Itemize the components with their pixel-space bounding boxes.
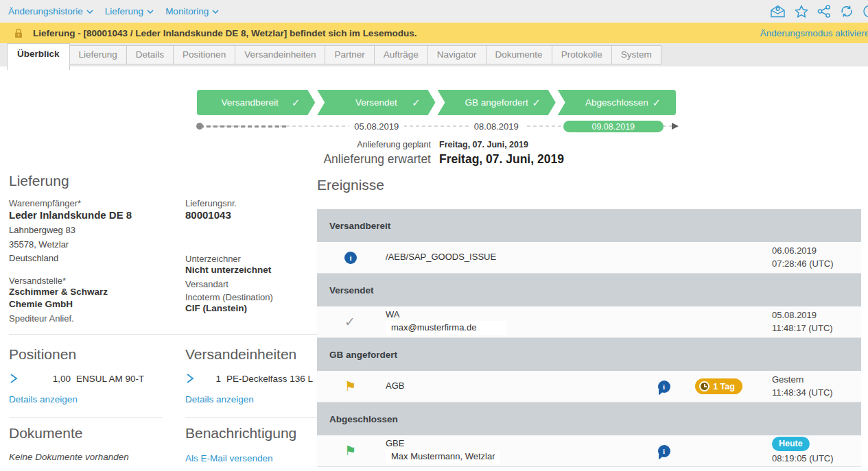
share-icon[interactable]	[817, 5, 831, 18]
expand-chevron-icon[interactable]	[185, 373, 195, 384]
step-versandbereit: Versandbereit ✓	[197, 90, 315, 115]
warenempfaenger-label: Warenempfänger*	[9, 198, 185, 208]
info-circle-icon[interactable]: i	[344, 252, 357, 264]
delay-badge-label: 1 Tag	[713, 382, 735, 391]
positionen-details-link[interactable]: Details anzeigen	[9, 394, 78, 404]
activate-edit-mode-link[interactable]: Änderungsmodus aktivieren	[760, 28, 868, 38]
tab-details[interactable]: Details	[127, 45, 174, 64]
refresh-icon[interactable]	[840, 5, 854, 18]
timeline-date-1: 05.08.2019	[349, 121, 404, 132]
versandeinheiten-details-link[interactable]: Details anzeigen	[185, 394, 254, 404]
menu-lieferung[interactable]: Lieferung	[105, 6, 154, 16]
tab-protokolle[interactable]: Protokolle	[552, 45, 612, 64]
incoterm-value: CIF (Lanstein)	[185, 302, 316, 315]
delay-badge: 1 Tag	[695, 378, 742, 394]
unterzeichner-value: Nicht unterzeichnet	[185, 264, 316, 276]
tab-partner[interactable]: Partner	[325, 45, 374, 64]
event-contact: Max Mustermann, Wetzlar	[386, 450, 500, 464]
check-icon: ✓	[532, 97, 541, 109]
green-flag-icon: ⚑	[344, 444, 356, 458]
timeline-arrow-icon	[672, 123, 679, 130]
event-row: i /AEB/SAP_GOODS_ISSUE 06.06.2019 07:28:…	[317, 242, 861, 274]
event-row: ⚑ GBE Max Mustermann, Wetzlar i Heute 08…	[317, 435, 861, 467]
tab-auftraege[interactable]: Aufträge	[375, 45, 428, 64]
check-icon: ✓	[292, 97, 301, 109]
tab-versandeinheiten[interactable]: Versandeinheiten	[235, 45, 325, 64]
event-code: GBE	[386, 437, 648, 450]
mail-contact-icon[interactable]	[770, 5, 786, 18]
topbar-icon-group	[770, 0, 868, 23]
menu-monitoring[interactable]: Monitoring	[165, 6, 219, 16]
tab-dokumente[interactable]: Dokumente	[486, 45, 552, 64]
unterzeichner-label: Unterzeichner	[185, 254, 316, 264]
warenempfaenger-value: Leder Inlandskunde DE 8	[9, 208, 185, 222]
lieferungsnr-value: 80001043	[185, 208, 316, 222]
step-label: GB angefordert	[465, 97, 528, 108]
step-label: Versandbereit	[221, 97, 278, 108]
tab-positionen[interactable]: Positionen	[174, 45, 235, 64]
top-menu-bar: Änderungshistorie Lieferung Monitoring	[0, 0, 868, 23]
address-line: Deutschland	[9, 252, 185, 265]
timeline-current-date-pill: 09.08.2019	[563, 121, 664, 132]
event-row: ✓ WA max@musterfirma.de 05.08.2019 11:48…	[317, 306, 861, 338]
menu-label: Monitoring	[165, 6, 209, 16]
timeline-cell-empty	[197, 121, 317, 132]
tab-lieferung[interactable]: Lieferung	[70, 45, 127, 64]
menu-label: Lieferung	[105, 6, 143, 16]
lock-icon	[14, 27, 23, 38]
expected-delivery-label: Anlieferung erwartet	[312, 152, 431, 167]
chevron-down-icon	[212, 10, 219, 14]
tab-ueberblick[interactable]: Überblick	[7, 43, 70, 70]
section-title-positionen: Positionen	[9, 346, 185, 363]
event-contact: max@musterfirma.de	[386, 321, 506, 335]
event-row: ⚑ AGB i 1 Tag Gestern 11:48:34 (UTC)	[317, 371, 861, 402]
event-time: 11:48:34 (UTC)	[772, 387, 861, 400]
planned-delivery-label: Anlieferung geplant	[312, 140, 431, 149]
planned-delivery-value: Freitag, 07. Juni, 2019	[439, 140, 564, 149]
expected-delivery-value: Freitag, 07. Juni, 2019	[439, 152, 564, 167]
favorite-star-icon[interactable]	[795, 5, 808, 18]
section-title-benachrichtigung: Benachrichtigung	[185, 425, 317, 442]
address-line: 35578, Wetzlar	[9, 239, 185, 251]
info-bubble-icon[interactable]: i	[658, 445, 670, 457]
event-time: 11:48:17 (UTC)	[772, 322, 861, 335]
tab-navigator[interactable]: Navigator	[428, 45, 486, 64]
no-documents-note: Keine Dokumente vorhanden	[9, 452, 163, 462]
event-date: Gestern	[772, 374, 861, 387]
position-qty: 1,00	[24, 374, 71, 384]
expand-chevron-icon[interactable]	[9, 373, 19, 384]
versandstelle-value: Zschimmer & Schwarz Chemie GmbH	[9, 286, 132, 311]
step-versendet: Versendet ✓	[317, 90, 435, 115]
chevron-down-icon	[86, 10, 93, 14]
event-group-header-versendet: Versendet	[317, 274, 861, 306]
check-icon: ✓	[652, 97, 661, 109]
event-date: 05.08.2019	[772, 309, 861, 322]
section-title-lieferung: Lieferung	[9, 173, 317, 189]
versandart-label: Versandart	[185, 279, 316, 289]
status-stepper: Versandbereit ✓ Versendet ✓ GB angeforde…	[197, 90, 676, 115]
chevron-down-icon	[147, 10, 154, 14]
today-badge: Heute	[772, 437, 810, 451]
delivery-summary-panel: Lieferung Warenempfänger* Leder Inlandsk…	[9, 173, 317, 464]
position-name: ENSUL AM 90-T	[76, 374, 144, 384]
event-code: WA	[386, 309, 648, 321]
partial-circle-icon[interactable]	[863, 5, 868, 18]
event-code: AGB	[386, 380, 648, 392]
send-email-link[interactable]: Als E-Mail versenden	[185, 453, 273, 463]
step-label: Versendet	[355, 97, 397, 108]
checkmark-icon: ✓	[344, 315, 355, 329]
tab-system[interactable]: System	[612, 45, 661, 64]
delivery-dates: Anlieferung geplant Freitag, 07. Juni, 2…	[312, 140, 564, 167]
event-time: 08:19:05 (UTC)	[772, 452, 861, 466]
unit-name: PE-Deckelfass 136 L	[226, 374, 313, 384]
spediteur-label: Spediteur Anlief.	[9, 313, 185, 324]
menu-aenderungshistorie[interactable]: Änderungshistorie	[8, 6, 93, 16]
clock-icon	[699, 381, 709, 391]
event-group-header-versandbereit: Versandbereit	[317, 209, 861, 242]
notice-text: Lieferung - [80001043 / Leder Inlandskun…	[33, 28, 417, 38]
events-panel: Ereignisse Versandbereit i /AEB/SAP_GOOD…	[317, 177, 861, 467]
unit-qty: 1	[200, 374, 221, 384]
section-title-versandeinheiten: Versandeinheiten	[185, 346, 317, 363]
event-date: 06.06.2019	[772, 245, 861, 258]
info-bubble-icon[interactable]: i	[658, 381, 670, 393]
